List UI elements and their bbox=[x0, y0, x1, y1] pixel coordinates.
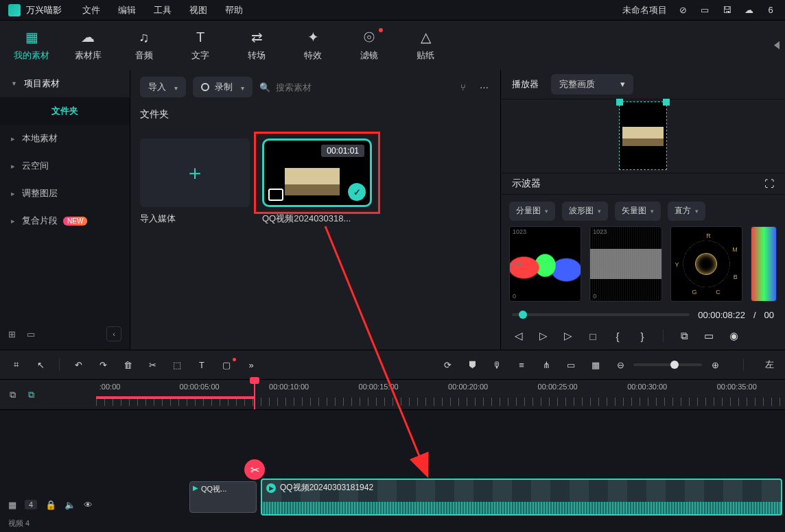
filter-icon[interactable]: ⑂ bbox=[456, 82, 470, 93]
track-label: 视频 4 bbox=[8, 518, 30, 529]
player-controls: ◁ ▷ ▷ □ { } ⧉ ▭ ◉ bbox=[501, 323, 785, 350]
cloud-icon[interactable]: ☁ bbox=[742, 5, 755, 15]
project-name: 未命名项目 bbox=[622, 4, 667, 16]
sidebar-header[interactable]: 项目素材 bbox=[0, 70, 130, 97]
timeline-body[interactable]: ✂ QQ视... QQ视频20240303181942 ▦ 4 🔒 🔈 👁 视频… bbox=[0, 410, 785, 532]
import-button[interactable]: 导入 bbox=[140, 77, 186, 97]
frame-mode-icon[interactable]: ⧉ bbox=[10, 389, 16, 400]
new-folder-icon[interactable]: ▭ bbox=[27, 329, 35, 339]
crop-icon[interactable]: ⬚ bbox=[171, 360, 183, 370]
tab-label: 音频 bbox=[135, 49, 153, 62]
scope-parade[interactable]: 1023 512 0 bbox=[509, 226, 581, 302]
tab-my-media[interactable]: ▦ 我的素材 bbox=[14, 29, 49, 62]
timeline-clip-long[interactable]: QQ视频20240303181942 bbox=[261, 479, 782, 516]
prev-frame-icon[interactable]: ◁ bbox=[512, 330, 526, 342]
scope-vectorscope[interactable]: R M Y B G C bbox=[670, 226, 742, 302]
sync-ok-icon[interactable]: ⊘ bbox=[677, 5, 689, 15]
zoom-out-icon[interactable]: ⊖ bbox=[614, 360, 626, 370]
mic-icon[interactable]: 🎙 bbox=[491, 360, 503, 370]
preview-area[interactable] bbox=[501, 99, 785, 173]
scope-tab-waveform[interactable]: 波形图 bbox=[562, 202, 608, 221]
menu-tools[interactable]: 工具 bbox=[154, 4, 172, 16]
range-icon[interactable]: ▭ bbox=[565, 360, 577, 370]
menu-file[interactable]: 文件 bbox=[82, 4, 100, 16]
tab-filters[interactable]: ⦾ 滤镜 bbox=[351, 29, 387, 62]
category-tabs: ▦ 我的素材 ☁ 素材库 ♫ 音频 T 文字 ⇄ 转场 ✦ 特效 ⦾ 滤镜 △ … bbox=[0, 21, 785, 70]
lock-icon[interactable]: 🔒 bbox=[45, 500, 56, 510]
player-progress-slider[interactable] bbox=[512, 313, 690, 316]
sidebar: 项目素材 文件夹 本地素材 云空间 调整图层 复合片段 NEW ⊞ ▭ ‹ bbox=[0, 70, 130, 350]
sidebar-item-compound[interactable]: 复合片段 NEW bbox=[0, 207, 130, 234]
scope-histogram[interactable] bbox=[751, 226, 777, 302]
search-field[interactable]: 🔍 bbox=[259, 82, 449, 93]
scope-tab-parade[interactable]: 分量图 bbox=[509, 202, 555, 221]
undo-icon[interactable]: ↶ bbox=[72, 360, 84, 370]
scope-waveform[interactable]: 1023 512 0 bbox=[589, 226, 661, 302]
media-clip-thumbnail[interactable]: 00:01:01 ✓ bbox=[262, 138, 372, 207]
delete-icon[interactable]: 🗑 bbox=[121, 360, 134, 370]
stop-icon[interactable]: □ bbox=[586, 330, 600, 342]
tab-text[interactable]: T 文字 bbox=[183, 29, 218, 62]
menu-view[interactable]: 视图 bbox=[189, 4, 207, 16]
tab-audio[interactable]: ♫ 音频 bbox=[126, 29, 162, 62]
more-icon[interactable]: ⋯ bbox=[477, 82, 491, 93]
snapshot-icon[interactable]: ◉ bbox=[727, 330, 740, 342]
import-media-card[interactable]: ＋ bbox=[140, 138, 250, 207]
sidebar-item-adjustlayer[interactable]: 调整图层 bbox=[0, 180, 130, 207]
record-button[interactable]: 录制 bbox=[193, 77, 253, 97]
scope-tab-vectorscope[interactable]: 矢量图 bbox=[615, 202, 661, 221]
link-icon[interactable]: ⧉ bbox=[28, 389, 34, 400]
redo-icon[interactable]: ↷ bbox=[97, 360, 109, 370]
preview-frame[interactable] bbox=[619, 101, 667, 170]
layout-icon[interactable]: ▭ bbox=[699, 5, 711, 15]
search-input[interactable] bbox=[276, 82, 358, 93]
cut-handle-icon[interactable]: ✂ bbox=[244, 459, 265, 480]
zoom-slider[interactable] bbox=[633, 363, 702, 366]
menu-help[interactable]: 帮助 bbox=[225, 4, 243, 16]
effects-icon: ✦ bbox=[307, 29, 319, 45]
scopes-title: 示波器 bbox=[512, 178, 541, 190]
zoom-in-icon[interactable]: ⊕ bbox=[709, 360, 721, 370]
tab-effects[interactable]: ✦ 特效 bbox=[295, 29, 331, 62]
play-icon[interactable]: ▷ bbox=[561, 330, 575, 342]
timeline-clip-short[interactable]: QQ视... bbox=[189, 481, 257, 513]
aspect-icon[interactable]: ⧉ bbox=[677, 330, 691, 342]
tab-stickers[interactable]: △ 贴纸 bbox=[408, 29, 443, 62]
screenshot-device-icon[interactable]: ▭ bbox=[702, 330, 716, 342]
text-tool-icon[interactable]: T bbox=[196, 360, 208, 370]
tab-library[interactable]: ☁ 素材库 bbox=[70, 29, 106, 62]
import-label: 导入 bbox=[148, 81, 166, 93]
mute-icon[interactable]: 🔈 bbox=[65, 500, 75, 510]
mixer-icon[interactable]: ≡ bbox=[515, 360, 528, 370]
tab-transition[interactable]: ⇄ 转场 bbox=[239, 29, 274, 62]
collapse-sidebar-icon[interactable]: ‹ bbox=[106, 326, 121, 341]
player-panel: 播放器 完整画质 ▾ 示波器 ⛶ 分量图 波形图 矢量图 直方 1023 512 bbox=[501, 70, 785, 350]
mark-in-icon[interactable]: { bbox=[611, 330, 624, 342]
mark-out-icon[interactable]: } bbox=[635, 330, 649, 342]
video-track-icon[interactable]: ▦ bbox=[8, 500, 16, 510]
markers-icon[interactable]: ⋔ bbox=[540, 360, 552, 370]
sidebar-item-cloud[interactable]: 云空间 bbox=[0, 152, 130, 180]
menu-edit[interactable]: 编辑 bbox=[118, 4, 136, 16]
add-folder-icon[interactable]: ⊞ bbox=[8, 329, 16, 339]
scope-tab-histogram[interactable]: 直方 bbox=[668, 202, 705, 221]
sidebar-item-folder[interactable]: 文件夹 bbox=[0, 97, 130, 125]
grid-icon[interactable]: ▦ bbox=[589, 360, 602, 370]
shield-icon[interactable]: ⛊ bbox=[466, 360, 478, 370]
cut-icon[interactable]: ✂ bbox=[146, 360, 159, 370]
clip-duration: 00:01:01 bbox=[321, 145, 364, 157]
sidebar-bottom: ⊞ ▭ ‹ bbox=[0, 318, 130, 350]
expand-scopes-icon[interactable]: ⛶ bbox=[764, 178, 774, 189]
shape-tool-icon[interactable]: ▢ bbox=[220, 360, 233, 370]
next-frame-icon[interactable]: ▷ bbox=[537, 330, 550, 342]
quality-select[interactable]: 完整画质 ▾ bbox=[551, 74, 633, 95]
speed-icon[interactable]: ⟳ bbox=[441, 360, 454, 370]
pointer-icon[interactable]: ↖ bbox=[34, 360, 47, 370]
timeline-ruler[interactable]: ⧉ ⧉ :00:00 00:00:05:00 00:00:10:00 00:00… bbox=[0, 380, 785, 410]
sidebar-item-local[interactable]: 本地素材 bbox=[0, 125, 130, 152]
magnet-icon[interactable]: ⌗ bbox=[10, 359, 22, 370]
visibility-icon[interactable]: 👁 bbox=[84, 500, 93, 510]
save-icon[interactable]: 🖫 bbox=[720, 5, 733, 15]
more-tools-icon[interactable]: » bbox=[245, 360, 257, 370]
unknown-icon[interactable]: 6 bbox=[764, 5, 777, 15]
